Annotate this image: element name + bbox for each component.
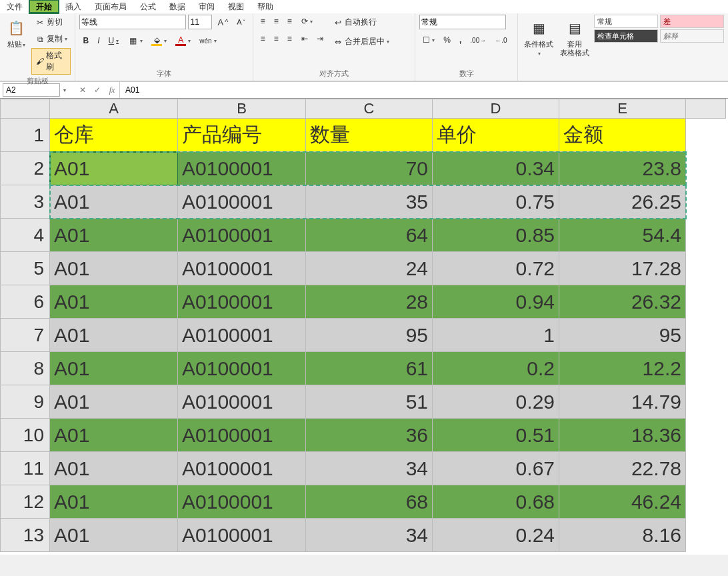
col-header-D[interactable]: D [433, 99, 559, 119]
cancel-button[interactable]: ✕ [75, 85, 90, 95]
col-header-B[interactable]: B [178, 99, 306, 119]
col-header-A[interactable]: A [50, 99, 178, 119]
cell[interactable]: 0.2 [433, 352, 559, 385]
cell[interactable]: A01 [50, 285, 178, 319]
cell[interactable]: A01 [50, 385, 178, 419]
row-header-5[interactable]: 5 [0, 252, 50, 285]
cell[interactable]: 0.34 [433, 152, 559, 185]
cell[interactable]: A0100001 [178, 419, 306, 452]
cell[interactable]: A01 [50, 152, 178, 185]
copy-button[interactable]: ⧉复制▾ [31, 31, 71, 47]
cell[interactable]: A0100001 [178, 219, 306, 252]
font-size-combo[interactable] [188, 15, 212, 29]
menu-开始[interactable]: 开始 [29, 0, 59, 13]
row-header-2[interactable]: 2 [0, 152, 50, 185]
formula-input[interactable] [119, 82, 728, 98]
menu-审阅[interactable]: 审阅 [192, 0, 221, 13]
cell[interactable]: 34 [306, 519, 433, 552]
cell[interactable]: A01 [50, 252, 178, 285]
cell[interactable]: 35 [306, 185, 433, 219]
cell[interactable]: 95 [306, 319, 433, 352]
row-header-11[interactable]: 11 [0, 452, 50, 485]
paste-button[interactable]: 📋 粘贴▾ [4, 15, 29, 50]
cell[interactable]: A01 [50, 319, 178, 352]
col-header-C[interactable]: C [306, 99, 433, 119]
align-center-button[interactable]: ≡ [271, 32, 282, 45]
cell[interactable]: 14.79 [559, 385, 686, 419]
currency-button[interactable]: ☐▾ [419, 33, 438, 47]
cell[interactable]: A0100001 [178, 352, 306, 385]
cell-style-bad[interactable]: 差 [660, 15, 724, 28]
cell[interactable]: A0100001 [178, 185, 306, 219]
phonetic-button[interactable]: wén▾ [196, 35, 219, 47]
cell[interactable]: 26.32 [559, 285, 686, 319]
align-left-button[interactable]: ≡ [257, 32, 269, 45]
menu-公式[interactable]: 公式 [133, 0, 163, 13]
header-cell[interactable]: 金额 [559, 119, 686, 152]
cell[interactable]: 0.75 [433, 185, 559, 219]
col-header-extra[interactable] [686, 99, 726, 119]
cell-style-explain[interactable]: 解释 [660, 29, 724, 43]
header-cell[interactable]: 数量 [306, 119, 433, 152]
row-header-8[interactable]: 8 [0, 352, 50, 385]
cell[interactable]: 54.4 [559, 219, 686, 252]
border-button[interactable]: ▦▾ [124, 33, 146, 48]
select-all-corner[interactable] [0, 99, 50, 119]
cell[interactable]: A01 [50, 485, 178, 519]
font-name-combo[interactable] [79, 15, 186, 29]
cell[interactable]: 34 [306, 452, 433, 485]
cell[interactable]: 70 [306, 152, 433, 185]
cell[interactable]: A0100001 [178, 319, 306, 352]
merge-center-button[interactable]: ⇔合并后居中▾ [329, 34, 393, 49]
cell[interactable]: 26.25 [559, 185, 686, 219]
percent-button[interactable]: % [440, 33, 454, 47]
cell[interactable]: 0.68 [433, 485, 559, 519]
align-bottom-button[interactable]: ≡ [284, 15, 295, 28]
decrease-decimal-button[interactable]: ←.0 [491, 35, 510, 46]
row-header-9[interactable]: 9 [0, 385, 50, 419]
header-cell[interactable]: 产品编号 [178, 119, 306, 152]
menu-数据[interactable]: 数据 [163, 0, 192, 13]
format-as-table-button[interactable]: ▤ 套用 表格格式 [558, 15, 591, 59]
increase-indent-button[interactable]: ⇥ [313, 32, 327, 45]
orientation-button[interactable]: ⟳▾ [298, 15, 316, 28]
cell[interactable]: 8.16 [559, 519, 686, 552]
menu-文件[interactable]: 文件 [0, 0, 29, 13]
col-header-E[interactable]: E [559, 99, 686, 119]
align-right-button[interactable]: ≡ [284, 32, 295, 45]
row-header-12[interactable]: 12 [0, 485, 50, 519]
cell-style-normal[interactable]: 常规 [594, 15, 658, 28]
increase-font-button[interactable]: A^ [214, 15, 231, 29]
header-cell[interactable]: 单价 [433, 119, 559, 152]
cell[interactable]: A0100001 [178, 285, 306, 319]
cell[interactable]: A01 [50, 352, 178, 385]
italic-button[interactable]: I [94, 34, 103, 47]
align-middle-button[interactable]: ≡ [271, 15, 282, 28]
row-header-3[interactable]: 3 [0, 185, 50, 219]
cell[interactable]: 46.24 [559, 485, 686, 519]
header-cell[interactable]: 仓库 [50, 119, 178, 152]
cell[interactable]: A01 [50, 185, 178, 219]
row-header-10[interactable]: 10 [0, 419, 50, 452]
cell[interactable]: 0.29 [433, 385, 559, 419]
row-header-7[interactable]: 7 [0, 319, 50, 352]
cell[interactable]: 22.78 [559, 452, 686, 485]
cell[interactable]: 28 [306, 285, 433, 319]
increase-decimal-button[interactable]: .00→ [467, 35, 489, 46]
row-header-6[interactable]: 6 [0, 285, 50, 319]
cell[interactable]: 0.72 [433, 252, 559, 285]
cell[interactable]: A01 [50, 419, 178, 452]
decrease-font-button[interactable]: Aˇ [233, 16, 248, 28]
cell[interactable]: A0100001 [178, 152, 306, 185]
cell[interactable]: 95 [559, 319, 686, 352]
bold-button[interactable]: B [79, 34, 92, 47]
menu-视图[interactable]: 视图 [221, 0, 251, 13]
cell[interactable]: A01 [50, 519, 178, 552]
fill-color-button[interactable]: ⬙▾ [148, 33, 170, 48]
row-header-1[interactable]: 1 [0, 119, 50, 152]
enter-button[interactable]: ✓ [90, 85, 105, 95]
cell[interactable]: A01 [50, 452, 178, 485]
format-painter-button[interactable]: 🖌格式刷 [31, 48, 71, 75]
cell[interactable]: A01 [50, 219, 178, 252]
menu-帮助[interactable]: 帮助 [251, 0, 280, 13]
